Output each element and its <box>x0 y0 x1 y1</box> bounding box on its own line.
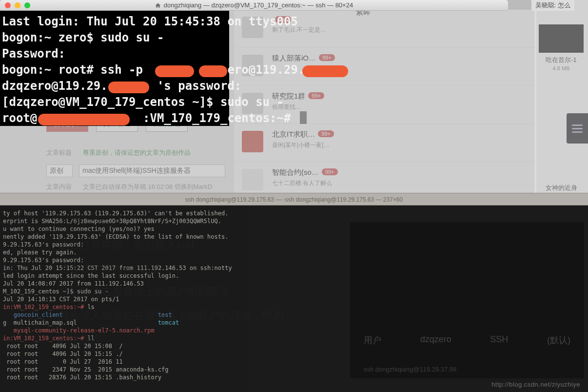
bg-thumb-1 <box>539 24 584 53</box>
bg-right-dark-panel: 用户dzqzeroSSH(默认) ssh dongzhiqiang@119.29… <box>350 222 584 378</box>
bg-chat-item: 北京IT求职…99+昼闲|某年|小楼一夜[… <box>234 124 536 162</box>
terminal-title-text: dongzhiqiang — dzqzero@VM_170_179_centos… <box>164 1 353 9</box>
bg-chat-badge: 99+ <box>318 130 334 137</box>
bg-terminal-tabbar: ssh dongzhiqiang@119.29.175.63 — -ssh do… <box>0 193 588 206</box>
redaction-mark <box>108 82 149 93</box>
bg-thumb-2-caption: 女神的近身 <box>534 184 588 192</box>
bg-chat-avatar <box>242 169 263 190</box>
terminal-line-part: :VM_170_179_centos:~# <box>143 111 298 125</box>
bg-hamburger-icon <box>567 113 588 144</box>
terminal-line: Password: <box>2 46 65 62</box>
redaction-mark <box>199 65 227 77</box>
bg-chat-badge: 99+ <box>322 168 338 175</box>
bg-title-hint: 尊重原创，请保证您的文章为原创作品 <box>83 148 191 157</box>
bg-chat-subtitle: 昼闲|某年|小楼一夜[… <box>272 141 536 149</box>
bg-rpanel-value: dzqzero <box>420 334 451 346</box>
terminal-line: Last login: Thu Jul 20 15:45:38 on ttys0… <box>2 14 298 30</box>
home-icon <box>155 2 161 8</box>
bg-title-input: mac使用Shell(终端)SSH连接服务器 <box>79 165 225 177</box>
bg-notification-snippet: 吴晓聪: 怎么 <box>531 0 574 11</box>
redaction-mark <box>38 114 130 125</box>
bg-right-panel: 吃在首尔-1 4.8 MB 女神的近身 <box>534 0 588 195</box>
redaction-mark <box>155 65 194 77</box>
bg-label-content: 文章内容 <box>46 183 72 191</box>
bg-autosave-msg: 文章已自动保存为草稿 16:02:08 切换到MarkD <box>83 183 212 191</box>
terminal-line-part: root@ <box>2 111 37 125</box>
bg-rpanel-label: SSH <box>490 334 508 346</box>
bg-rpanel-ssh: ssh dongzhiqiang@119.29.37.98 <box>364 366 456 373</box>
terminal-line-part: bogon:~ root# ssh -p <box>2 63 150 77</box>
terminal-titlebar[interactable]: dongzhiqiang — dzqzero@VM_170_179_centos… <box>0 0 508 11</box>
bg-chat-avatar <box>242 131 263 152</box>
terminal-cursor <box>300 111 307 124</box>
bg-type-select: 原创 <box>46 165 73 177</box>
terminal-line-part: dzqzero@119.29. <box>2 79 108 93</box>
bg-chat-title: 北京IT求职…99+ <box>272 130 536 139</box>
bg-thumb-1-caption: 吃在首尔-1 <box>534 56 588 64</box>
bg-rpanel-value: (默认) <box>547 334 570 346</box>
bg-chat-subtitle: 七十二层楼:有人了解么 <box>272 179 536 187</box>
bg-thumb-1-size: 4.8 MB <box>534 65 588 71</box>
redaction-mark <box>302 65 348 77</box>
terminal-window: dongzhiqiang — dzqzero@VM_170_179_centos… <box>0 0 508 126</box>
terminal-content[interactable]: Last login: Thu Jul 20 15:45:38 on ttys0… <box>0 11 229 126</box>
terminal-line-part: ero@119.29. <box>227 63 305 77</box>
terminal-line-part: 's password: <box>157 79 241 93</box>
terminal-line: [dzqzero@VM_170_179_centos ~]$ sudo su - <box>2 94 284 110</box>
terminal-line: bogon:~ zero$ sudo su - <box>2 30 164 46</box>
watermark-text: http://blog.csdn.net/ziyuzhiye <box>491 381 580 388</box>
bg-label-title: 文章标题 <box>46 148 72 157</box>
bg-rpanel-label: 用户 <box>364 334 381 346</box>
bg-chat-title: 智能合约(so…99+ <box>272 168 536 177</box>
